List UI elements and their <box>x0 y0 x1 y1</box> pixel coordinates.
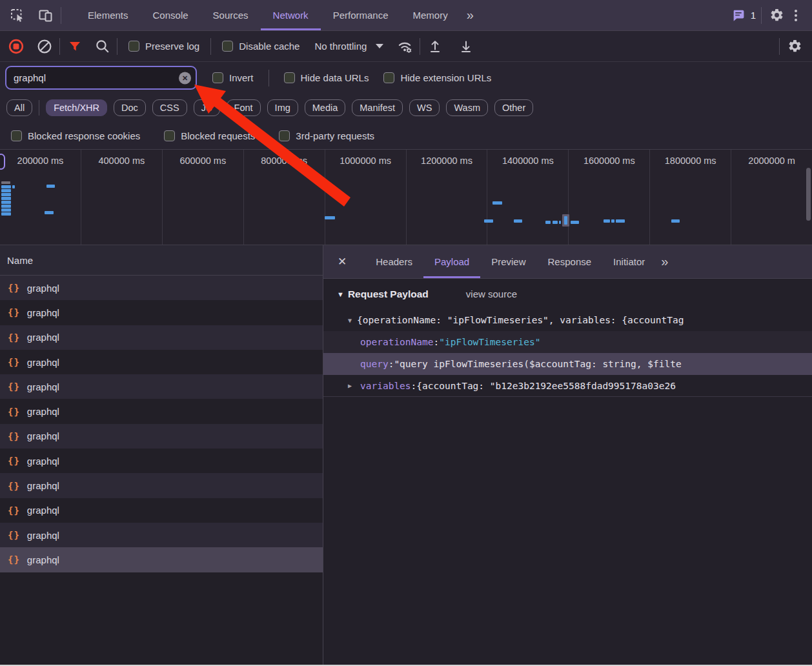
more-detail-tabs-icon[interactable]: » <box>656 245 672 278</box>
section-collapse-icon[interactable]: ▼ <box>337 290 344 298</box>
network-overview-timeline[interactable]: 200000 ms400000 ms600000 ms800000 ms1000… <box>0 150 812 245</box>
timeline-range-handle[interactable] <box>0 154 5 170</box>
divider <box>61 7 61 24</box>
detail-tabs: HeadersPayloadPreviewResponseInitiator <box>365 245 656 278</box>
request-row[interactable]: {}graphql <box>0 300 323 325</box>
request-name: graphql <box>27 530 59 541</box>
divider <box>59 38 60 55</box>
throttling-select[interactable]: No throttling <box>314 41 383 52</box>
timeline-tick: 2000000 m <box>731 150 812 245</box>
device-toolbar-icon[interactable] <box>36 6 56 25</box>
request-row[interactable]: {}graphql <box>0 498 323 523</box>
request-row[interactable]: {}graphql <box>0 523 323 547</box>
detail-tab-initiator[interactable]: Initiator <box>602 245 656 278</box>
filter-chip-ws[interactable]: WS <box>409 99 440 116</box>
divider <box>117 38 117 55</box>
timeline-tick-label: 1200000 ms <box>421 156 472 166</box>
settings-gear-icon[interactable] <box>767 6 786 25</box>
request-row[interactable]: {}graphql <box>0 350 323 374</box>
request-row[interactable]: {}graphql <box>0 325 323 350</box>
import-har-icon[interactable] <box>425 37 445 56</box>
clear-filter-icon[interactable]: ✕ <box>179 72 191 84</box>
request-row[interactable]: {}graphql <box>0 424 323 449</box>
clear-network-log-icon[interactable] <box>35 37 54 56</box>
filter-chip-css[interactable]: CSS <box>152 99 187 116</box>
filter-chip-font[interactable]: Font <box>227 99 261 116</box>
devtools-window: ElementsConsoleSourcesNetworkPerformance… <box>0 0 812 666</box>
disclosure-open-icon[interactable]: ▼ <box>348 317 352 324</box>
timeline-scrollbar[interactable] <box>806 168 811 221</box>
export-har-icon[interactable] <box>456 37 476 56</box>
filter-chip-js[interactable]: JS <box>194 99 220 116</box>
network-settings-gear-icon[interactable] <box>785 37 804 56</box>
filter-funnel-icon[interactable] <box>65 37 85 56</box>
invert-checkbox[interactable] <box>212 72 223 83</box>
waterfall-bar <box>559 221 561 224</box>
record-network-log-icon[interactable] <box>6 37 26 56</box>
divider <box>420 38 420 55</box>
hide-data-urls-checkbox[interactable] <box>284 72 295 83</box>
request-row[interactable]: {}graphql <box>0 547 323 572</box>
hide-extension-urls-checkbox[interactable] <box>383 72 394 83</box>
filter-chip-media[interactable]: Media <box>305 99 346 116</box>
more-panels-icon[interactable]: » <box>460 0 479 30</box>
filter-chip-wasm[interactable]: Wasm <box>446 99 488 116</box>
resource-type-filter-row: AllFetch/XHRDocCSSJSFontImgMediaManifest… <box>0 94 812 122</box>
tab-network[interactable]: Network <box>261 0 321 30</box>
invert-label: Invert <box>229 72 254 83</box>
request-row[interactable]: {}graphql <box>0 399 323 423</box>
filter-chip-other[interactable]: Other <box>494 99 533 116</box>
close-detail-icon[interactable]: ✕ <box>329 245 356 278</box>
kebab-menu-icon[interactable] <box>786 6 806 25</box>
tab-elements[interactable]: Elements <box>76 0 141 30</box>
payload-key: variables <box>360 381 411 391</box>
waterfall-bar <box>46 185 55 188</box>
panel-tabs: ElementsConsoleSourcesNetworkPerformance… <box>76 0 460 30</box>
payload-row-query[interactable]: query: "query ipFlowTimeseries($accountT… <box>323 353 812 375</box>
filter-input[interactable] <box>6 72 196 83</box>
disable-cache-checkbox[interactable] <box>222 41 233 52</box>
name-column-header[interactable]: Name <box>0 245 323 276</box>
requests-list: {}graphql{}graphql{}graphql{}graphql{}gr… <box>0 276 323 572</box>
payload-summary-row[interactable]: ▼ {operationName: "ipFlowTimeseries", va… <box>323 309 812 331</box>
request-payload-section-header[interactable]: ▼ Request Payload view source <box>323 279 812 309</box>
filter-chip-img[interactable]: Img <box>267 99 298 116</box>
filter-chip-doc[interactable]: Doc <box>114 99 146 116</box>
request-name: graphql <box>27 480 59 491</box>
filter-chip-all[interactable]: All <box>6 99 32 116</box>
payload-key: query <box>360 359 389 369</box>
tab-performance[interactable]: Performance <box>321 0 401 30</box>
blocked-requests-checkbox[interactable] <box>164 130 175 141</box>
divider <box>39 100 39 116</box>
detail-tab-headers[interactable]: Headers <box>365 245 423 278</box>
detail-tab-payload[interactable]: Payload <box>423 245 480 278</box>
waterfall-bar <box>514 219 522 223</box>
request-row[interactable]: {}graphql <box>0 374 323 399</box>
filter-chip-fetchxhr[interactable]: Fetch/XHR <box>46 99 107 116</box>
timeline-tick: 1200000 ms <box>407 150 488 245</box>
json-braces-icon: {} <box>8 407 20 417</box>
tab-console[interactable]: Console <box>141 0 201 30</box>
tab-sources[interactable]: Sources <box>201 0 261 30</box>
view-source-link[interactable]: view source <box>466 288 517 299</box>
detail-tab-preview[interactable]: Preview <box>480 245 536 278</box>
request-row[interactable]: {}graphql <box>0 473 323 498</box>
detail-tab-response[interactable]: Response <box>537 245 603 278</box>
request-row[interactable]: {}graphql <box>0 276 323 300</box>
timeline-tick-label: 1400000 ms <box>502 156 554 166</box>
request-row[interactable]: {}graphql <box>0 449 323 473</box>
payload-row-operationName[interactable]: operationName: "ipFlowTimeseries" <box>323 331 812 353</box>
payload-row-variables[interactable]: ▶variables: {accountTag: "b12e3b2192ee55… <box>323 375 812 397</box>
third-party-requests-checkbox[interactable] <box>279 130 290 141</box>
timeline-tick-label: 1000000 ms <box>340 156 391 166</box>
blocked-response-cookies-checkbox[interactable] <box>11 130 22 141</box>
tab-memory[interactable]: Memory <box>401 0 460 30</box>
waterfall-bar <box>671 219 680 223</box>
issues-badge[interactable]: 1 <box>731 6 756 25</box>
preserve-log-checkbox[interactable] <box>128 41 139 52</box>
disclosure-closed-icon[interactable]: ▶ <box>348 382 360 389</box>
filter-chip-manifest[interactable]: Manifest <box>352 99 403 116</box>
network-conditions-icon[interactable] <box>395 37 414 56</box>
inspect-element-icon[interactable] <box>8 6 27 25</box>
search-icon[interactable] <box>92 37 112 56</box>
